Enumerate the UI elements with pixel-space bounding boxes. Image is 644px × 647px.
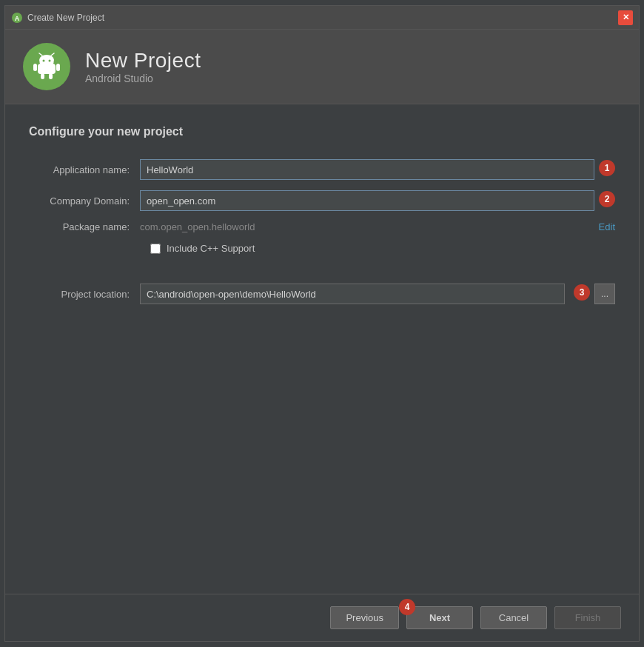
- dialog-header: New Project Android Studio: [5, 30, 639, 104]
- finish-button[interactable]: Finish: [554, 606, 621, 629]
- package-name-value: com.open_open.helloworld: [140, 221, 255, 232]
- company-domain-input-wrapper: 2: [140, 190, 615, 211]
- cpp-support-label: Include C++ Support: [167, 243, 255, 254]
- project-location-label: Project location:: [29, 289, 140, 300]
- svg-point-8: [43, 60, 45, 62]
- cpp-support-row: Include C++ Support: [150, 243, 615, 254]
- dialog-title: New Project: [85, 49, 201, 73]
- close-button[interactable]: ✕: [618, 10, 633, 25]
- close-icon: ✕: [623, 13, 629, 22]
- next-button[interactable]: 4 Next: [406, 606, 473, 629]
- package-name-content: com.open_open.helloworld Edit: [140, 221, 615, 232]
- cancel-button[interactable]: Cancel: [480, 606, 547, 629]
- app-name-input-wrapper: 1: [140, 159, 615, 180]
- company-domain-row: Company Domain: 2: [29, 190, 615, 211]
- step-2-badge: 2: [599, 191, 615, 207]
- project-location-section: Project location: 3 ...: [29, 284, 615, 304]
- browse-button[interactable]: ...: [594, 284, 615, 304]
- dialog-window: A Create New Project ✕: [4, 5, 640, 642]
- dialog-footer: Previous 4 Next Cancel Finish: [5, 594, 639, 641]
- package-name-row: Package name: com.open_open.helloworld E…: [29, 221, 615, 232]
- step-4-badge: 4: [399, 599, 415, 615]
- cpp-support-checkbox[interactable]: [150, 244, 161, 254]
- section-title: Configure your new project: [29, 125, 615, 138]
- android-studio-icon: A: [11, 12, 23, 24]
- next-label: Next: [429, 612, 450, 623]
- svg-line-6: [39, 53, 42, 56]
- step-1-badge: 1: [599, 160, 615, 176]
- app-name-label: Application name:: [29, 164, 140, 175]
- svg-rect-12: [41, 73, 44, 79]
- svg-rect-11: [56, 64, 60, 71]
- package-name-label: Package name:: [29, 221, 140, 232]
- svg-point-9: [49, 60, 51, 62]
- android-icon: [32, 52, 61, 81]
- svg-line-7: [51, 53, 54, 56]
- android-logo: [23, 43, 70, 90]
- title-bar: A Create New Project ✕: [5, 6, 639, 30]
- app-name-input[interactable]: [140, 159, 594, 180]
- app-name-row: Application name: 1: [29, 159, 615, 180]
- dialog-content: Configure your new project Application n…: [5, 104, 639, 594]
- svg-rect-13: [49, 73, 53, 79]
- step-3-badge: 3: [574, 284, 590, 301]
- company-domain-label: Company Domain:: [29, 195, 140, 207]
- edit-link[interactable]: Edit: [599, 221, 615, 232]
- title-bar-text: Create New Project: [27, 13, 104, 23]
- svg-rect-4: [38, 64, 56, 74]
- title-bar-left: A Create New Project: [11, 12, 104, 24]
- location-input-wrapper: 3 ...: [140, 284, 615, 304]
- header-text: New Project Android Studio: [85, 49, 201, 84]
- svg-text:A: A: [15, 15, 20, 22]
- dialog-subtitle: Android Studio: [85, 73, 201, 84]
- svg-point-5: [39, 55, 54, 65]
- previous-button[interactable]: Previous: [330, 606, 399, 629]
- company-domain-input[interactable]: [140, 190, 594, 211]
- location-row: Project location: 3 ...: [29, 284, 615, 304]
- svg-rect-10: [33, 64, 37, 71]
- project-location-input[interactable]: [140, 284, 565, 304]
